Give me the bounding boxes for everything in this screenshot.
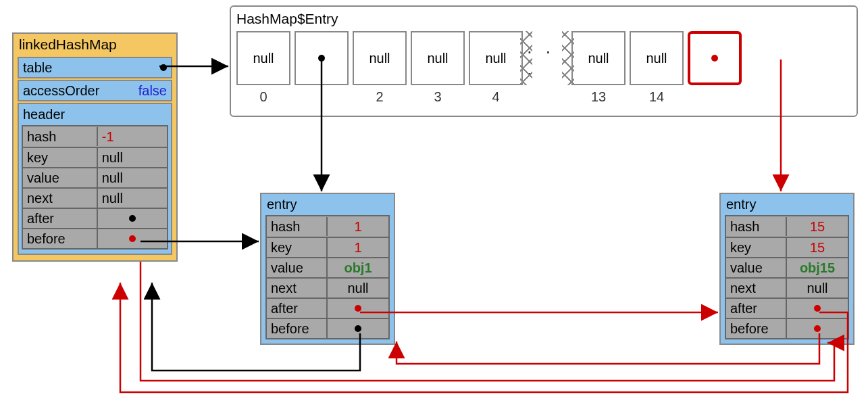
entry15-before-label: before bbox=[726, 319, 787, 338]
field-accessorder-label: accessOrder bbox=[23, 83, 99, 99]
header-table: hash -1 key null value null next null af… bbox=[22, 125, 168, 250]
field-table-label: table bbox=[23, 60, 52, 76]
entry1-row-key: key1 bbox=[267, 237, 388, 257]
cell-4-idx: 4 bbox=[492, 89, 499, 105]
entry15-key-value: 15 bbox=[787, 240, 848, 256]
field-accessorder: accessOrder false bbox=[18, 80, 172, 101]
cell-1-wrap bbox=[295, 31, 349, 105]
entry1-title: entry bbox=[265, 195, 390, 215]
entry15-hash-label: hash bbox=[726, 217, 787, 236]
cell-14-text: null bbox=[646, 51, 667, 66]
entry1-row-hash: hash1 bbox=[267, 216, 388, 237]
header-box: header hash -1 key null value null next … bbox=[18, 103, 172, 255]
entry1-after-value bbox=[328, 305, 388, 312]
cell-0-text: null bbox=[253, 51, 274, 66]
entry15-row-before: before bbox=[726, 318, 848, 338]
cell-1 bbox=[295, 31, 349, 85]
cell-3: null bbox=[411, 31, 465, 85]
header-title: header bbox=[22, 105, 168, 125]
entry15-next-value: null bbox=[787, 281, 848, 296]
cell-3-text: null bbox=[427, 51, 448, 66]
entry15-after-value bbox=[787, 305, 848, 312]
linked-hashmap-title: linkedHashMap bbox=[18, 35, 172, 55]
entry1-value-label: value bbox=[267, 258, 328, 277]
header-row-next: next null bbox=[23, 187, 167, 208]
entry1-before-value bbox=[328, 325, 388, 332]
cell-3-idx: 3 bbox=[434, 89, 441, 105]
header-next-value: null bbox=[98, 191, 167, 206]
entry15-box: entry hash15 key15 valueobj15 nextnull a… bbox=[719, 193, 854, 345]
header-row-value: value null bbox=[23, 167, 167, 187]
cell-15-dot bbox=[711, 55, 718, 62]
cell-4-text: null bbox=[485, 51, 506, 66]
entry1-before-dot bbox=[355, 325, 361, 332]
entry1-box: entry hash1 key1 valueobj1 nextnull afte… bbox=[260, 193, 395, 345]
entry1-row-value: valueobj1 bbox=[267, 257, 388, 277]
cell-14-wrap: null14 bbox=[630, 31, 684, 105]
cell-0-idx: 0 bbox=[259, 89, 267, 105]
cell-2-idx: 2 bbox=[376, 89, 383, 105]
entry15-before-value bbox=[787, 325, 848, 332]
entry1-hash-value: 1 bbox=[328, 219, 388, 235]
header-after-label: after bbox=[23, 209, 98, 228]
entry15-key-label: key bbox=[726, 238, 787, 257]
cell-2-text: null bbox=[369, 51, 390, 66]
header-row-before: before bbox=[23, 228, 167, 248]
header-row-key: key null bbox=[23, 147, 167, 167]
entry15-before-dot bbox=[814, 325, 821, 332]
entry1-key-label: key bbox=[267, 238, 328, 257]
entry15-after-dot bbox=[814, 305, 821, 312]
entry15-value-label: value bbox=[726, 258, 787, 277]
header-hash-value: -1 bbox=[98, 129, 167, 145]
entry15-row-key: key15 bbox=[726, 237, 848, 257]
field-accessorder-value: false bbox=[138, 83, 167, 99]
cell-4-wrap: null4 bbox=[469, 31, 523, 105]
entry1-next-label: next bbox=[267, 279, 328, 298]
header-hash-label: hash bbox=[23, 127, 98, 146]
array-title: HashMap$Entry bbox=[236, 9, 851, 31]
cell-13-text: null bbox=[588, 51, 609, 66]
entry15-row-next: nextnull bbox=[726, 277, 848, 298]
entry1-hash-label: hash bbox=[267, 217, 328, 236]
cell-15-wrap bbox=[688, 31, 742, 105]
entry15-row-after: after bbox=[726, 298, 848, 318]
cell-13-wrap: null13 bbox=[571, 31, 626, 105]
header-next-label: next bbox=[23, 189, 98, 208]
entry1-after-label: after bbox=[267, 299, 328, 318]
cell-13: null bbox=[571, 31, 626, 85]
entry15-hash-value: 15 bbox=[787, 219, 848, 235]
ellipsis: . . . bbox=[527, 31, 567, 85]
cell-2-wrap: null2 bbox=[353, 31, 407, 105]
cell-1-dot bbox=[318, 55, 325, 62]
header-key-label: key bbox=[23, 148, 98, 167]
header-after-value bbox=[98, 215, 167, 222]
cell-14-idx: 14 bbox=[649, 89, 664, 105]
cell-14: null bbox=[630, 31, 684, 85]
entry1-next-value: null bbox=[328, 281, 388, 296]
entry15-table: hash15 key15 valueobj15 nextnull after b… bbox=[725, 215, 849, 339]
entry1-after-dot bbox=[355, 305, 361, 312]
linked-hashmap-box: linkedHashMap table accessOrder false he… bbox=[12, 32, 178, 262]
header-value-value: null bbox=[98, 170, 167, 186]
entry1-table: hash1 key1 valueobj1 nextnull after befo… bbox=[265, 215, 390, 339]
entry15-next-label: next bbox=[726, 279, 787, 298]
entry1-before-label: before bbox=[267, 319, 328, 338]
header-before-dot bbox=[129, 235, 136, 242]
cell-0: null bbox=[236, 31, 290, 85]
header-key-value: null bbox=[98, 150, 167, 166]
entry15-row-value: valueobj15 bbox=[726, 257, 848, 277]
field-table: table bbox=[18, 57, 172, 78]
entry1-row-before: before bbox=[267, 318, 388, 338]
header-before-label: before bbox=[23, 229, 98, 248]
table-pointer-dot bbox=[160, 64, 167, 71]
header-row-after: after bbox=[23, 208, 167, 228]
entry15-value-value: obj15 bbox=[787, 260, 848, 276]
cell-4: null bbox=[469, 31, 523, 85]
cell-0-wrap: null0 bbox=[236, 31, 290, 105]
header-value-label: value bbox=[23, 168, 98, 187]
entry15-after-label: after bbox=[726, 299, 787, 318]
entry1-value-value: obj1 bbox=[328, 260, 388, 276]
ellipsis-wrap: . . . bbox=[527, 31, 567, 105]
entry1-row-after: after bbox=[267, 298, 388, 318]
cell-3-wrap: null3 bbox=[411, 31, 465, 105]
